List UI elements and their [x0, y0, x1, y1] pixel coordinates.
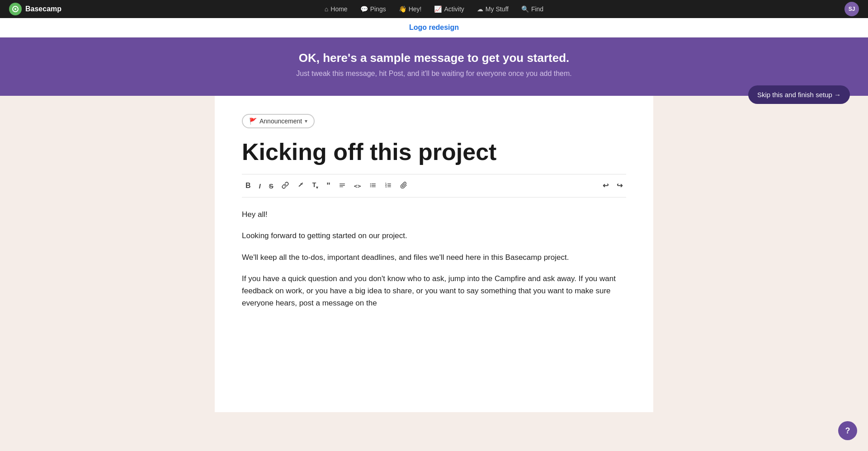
post-content[interactable]: Hey all! Looking forward to getting star…: [242, 197, 626, 320]
strikethrough-button[interactable]: S: [265, 180, 277, 192]
promo-title: OK, here's a sample message to get you s…: [9, 51, 859, 65]
top-nav: Basecamp ⌂ Home 💬 Pings 👋 Hey! 📈 Activit…: [0, 0, 868, 18]
dropdown-chevron-icon: ▾: [305, 118, 307, 124]
content-wrapper: 🚩 Announcement ▾ Kicking off this projec…: [215, 96, 653, 412]
nav-logo[interactable]: Basecamp: [9, 3, 61, 15]
code-button[interactable]: <>: [350, 180, 365, 192]
nav-logo-text: Basecamp: [25, 5, 61, 13]
content-p3: We'll keep all the to-dos, important dea…: [242, 251, 626, 263]
text-style-button[interactable]: T▾: [309, 179, 322, 193]
find-icon: 🔍: [521, 5, 529, 13]
svg-rect-6: [371, 183, 375, 184]
undo-redo-group: ↩ ↪: [599, 179, 626, 192]
svg-rect-10: [371, 187, 375, 187]
svg-rect-8: [371, 185, 375, 186]
my-stuff-icon: ☁: [477, 5, 483, 13]
user-avatar[interactable]: SJ: [844, 2, 859, 16]
svg-point-1: [14, 8, 16, 10]
post-title[interactable]: Kicking off this project: [242, 139, 626, 165]
home-icon: ⌂: [325, 5, 328, 13]
nav-items: ⌂ Home 💬 Pings 👋 Hey! 📈 Activity ☁ My St…: [319, 3, 549, 15]
skip-setup-button[interactable]: Skip this and finish setup →: [748, 85, 850, 104]
hey-icon: 👋: [399, 5, 406, 13]
post-type-label: Announcement: [259, 117, 302, 125]
content-p1: Hey all!: [242, 208, 626, 221]
content-p2: Looking forward to getting started on ou…: [242, 230, 626, 242]
bold-button[interactable]: B: [242, 179, 255, 192]
svg-point-5: [370, 183, 371, 184]
highlight-button[interactable]: [293, 179, 308, 193]
bullet-list-button[interactable]: [366, 179, 380, 193]
editor-toolbar: B I S T▾ " <>: [242, 174, 626, 197]
nav-item-find[interactable]: 🔍 Find: [516, 3, 549, 15]
svg-point-7: [370, 185, 371, 186]
nav-item-hey[interactable]: 👋 Hey!: [393, 3, 427, 15]
svg-rect-3: [340, 185, 345, 186]
link-button[interactable]: [278, 179, 292, 193]
attach-button[interactable]: [396, 179, 411, 193]
svg-point-9: [370, 187, 371, 188]
svg-rect-12: [387, 183, 391, 184]
nav-item-pings[interactable]: 💬 Pings: [355, 3, 392, 15]
promo-subtitle: Just tweak this message, hit Post, and i…: [9, 70, 859, 78]
nav-item-home[interactable]: ⌂ Home: [319, 3, 353, 15]
redo-button[interactable]: ↪: [613, 179, 626, 192]
project-breadcrumb-link[interactable]: Logo redesign: [409, 23, 459, 31]
undo-button[interactable]: ↩: [599, 179, 612, 192]
numbered-list-button[interactable]: 1. 2. 3.: [381, 179, 396, 193]
announcement-icon: 🚩: [249, 117, 257, 125]
help-icon: ?: [845, 426, 850, 436]
basecamp-logo-icon: [9, 3, 22, 15]
promo-banner: OK, here's a sample message to get you s…: [0, 38, 868, 96]
activity-icon: 📈: [434, 5, 442, 13]
content-p4: If you have a quick question and you don…: [242, 272, 626, 310]
pings-icon: 💬: [360, 5, 368, 13]
nav-item-my-stuff[interactable]: ☁ My Stuff: [472, 3, 514, 15]
align-button[interactable]: [335, 179, 349, 193]
breadcrumb-bar: Logo redesign: [0, 18, 868, 38]
help-button[interactable]: ?: [838, 421, 857, 440]
svg-rect-4: [340, 187, 343, 187]
nav-item-activity[interactable]: 📈 Activity: [429, 3, 469, 15]
svg-rect-14: [387, 185, 391, 186]
svg-rect-16: [387, 187, 391, 187]
quote-button[interactable]: ": [323, 179, 334, 193]
svg-rect-2: [340, 183, 345, 184]
post-type-dropdown[interactable]: 🚩 Announcement ▾: [242, 114, 315, 128]
svg-text:3.: 3.: [385, 186, 387, 188]
italic-button[interactable]: I: [255, 180, 264, 192]
